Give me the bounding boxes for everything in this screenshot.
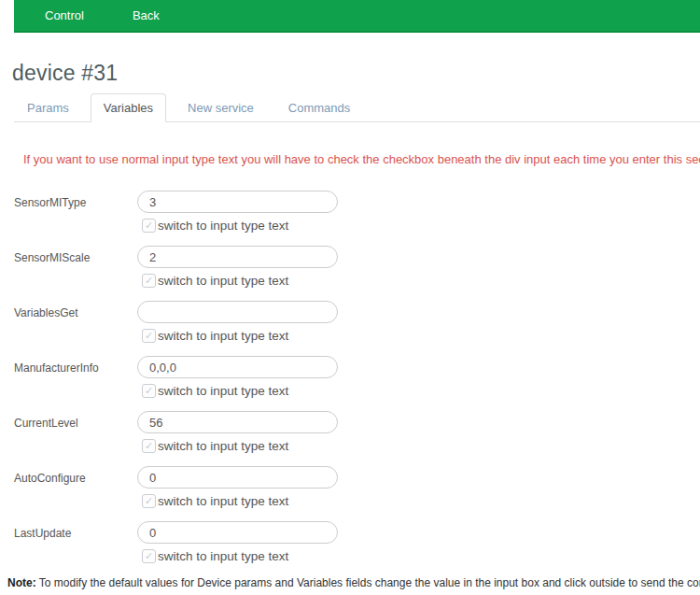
field-controls: ✓ switch to input type text xyxy=(137,356,338,399)
switch-checkbox-row: ✓ switch to input type text xyxy=(142,272,338,289)
field-label: SensorMIType xyxy=(14,196,86,209)
page-title: device #31 xyxy=(12,61,700,86)
switch-checkbox-row: ✓ switch to input type text xyxy=(142,547,338,564)
field-input[interactable] xyxy=(137,301,338,323)
switch-checkbox[interactable]: ✓ xyxy=(142,549,156,563)
switch-checkbox-label: switch to input type text xyxy=(158,329,288,343)
switch-checkbox-row: ✓ switch to input type text xyxy=(142,327,338,344)
check-icon: ✓ xyxy=(145,331,153,341)
field-input[interactable] xyxy=(137,246,338,268)
field-controls: ✓ switch to input type text xyxy=(137,521,338,564)
check-icon: ✓ xyxy=(145,551,153,561)
field-controls: ✓ switch to input type text xyxy=(137,411,338,454)
check-icon: ✓ xyxy=(145,386,153,396)
field-label: ManufacturerInfo xyxy=(14,361,99,375)
field-input[interactable] xyxy=(137,356,338,378)
tab-new-service[interactable]: New service xyxy=(175,93,267,122)
switch-checkbox[interactable]: ✓ xyxy=(142,219,156,233)
note-prefix: Note: xyxy=(7,576,36,589)
top-navbar: Control Back xyxy=(14,0,700,33)
field-input[interactable] xyxy=(137,191,338,213)
nav-item-back[interactable]: Back xyxy=(108,0,184,31)
field-controls: ✓ switch to input type text xyxy=(137,246,338,289)
variables-form: SensorMIType ✓ switch to input type text… xyxy=(0,191,700,565)
switch-checkbox-row: ✓ switch to input type text xyxy=(142,382,338,399)
form-row: CurrentLevel ✓ switch to input type text xyxy=(0,411,700,455)
field-label: VariablesGet xyxy=(14,306,77,319)
check-icon: ✓ xyxy=(145,220,153,231)
check-icon: ✓ xyxy=(145,496,153,506)
tab-params[interactable]: Params xyxy=(14,93,82,122)
form-row: VariablesGet ✓ switch to input type text xyxy=(0,301,700,345)
switch-checkbox-label: switch to input type text xyxy=(158,549,288,563)
switch-checkbox-row: ✓ switch to input type text xyxy=(142,437,338,454)
form-row: LastUpdate ✓ switch to input type text xyxy=(0,521,700,565)
form-row: SensorMIType ✓ switch to input type text xyxy=(0,191,700,234)
note-body: To modify the default values for Device … xyxy=(36,576,700,589)
form-row: AutoConfigure ✓ switch to input type tex… xyxy=(0,466,700,510)
page: Control Back device #31 ParamsVariablesN… xyxy=(0,0,700,589)
field-label: CurrentLevel xyxy=(14,417,78,430)
switch-checkbox[interactable]: ✓ xyxy=(142,494,156,508)
switch-checkbox[interactable]: ✓ xyxy=(142,439,156,453)
switch-checkbox-label: switch to input type text xyxy=(158,219,288,233)
switch-checkbox-label: switch to input type text xyxy=(158,384,288,398)
check-icon: ✓ xyxy=(145,276,153,286)
tab-variables[interactable]: Variables xyxy=(91,93,166,122)
form-row: SensorMIScale ✓ switch to input type tex… xyxy=(0,246,700,290)
tab-commands[interactable]: Commands xyxy=(275,93,363,122)
tab-bar: ParamsVariablesNew serviceCommands xyxy=(14,93,700,122)
switch-checkbox[interactable]: ✓ xyxy=(142,329,156,343)
warning-text: If you want to use normal input type tex… xyxy=(23,152,700,166)
switch-checkbox-label: switch to input type text xyxy=(158,439,288,453)
field-input[interactable] xyxy=(137,411,338,433)
check-icon: ✓ xyxy=(145,441,153,451)
form-row: ManufacturerInfo ✓ switch to input type … xyxy=(0,356,700,400)
switch-checkbox-label: switch to input type text xyxy=(158,494,288,508)
field-label: AutoConfigure xyxy=(14,472,86,485)
switch-checkbox[interactable]: ✓ xyxy=(142,274,156,288)
switch-checkbox-row: ✓ switch to input type text xyxy=(142,492,338,509)
field-label: SensorMIScale xyxy=(14,251,90,264)
field-input[interactable] xyxy=(137,521,338,544)
switch-checkbox-label: switch to input type text xyxy=(158,274,288,288)
field-input[interactable] xyxy=(137,466,338,489)
switch-checkbox-row: ✓ switch to input type text xyxy=(142,217,338,234)
field-controls: ✓ switch to input type text xyxy=(137,466,338,509)
switch-checkbox[interactable]: ✓ xyxy=(142,384,156,398)
note-text: Note: To modify the default values for D… xyxy=(7,576,700,589)
nav-item-control[interactable]: Control xyxy=(21,0,108,31)
field-controls: ✓ switch to input type text xyxy=(137,301,338,344)
field-label: LastUpdate xyxy=(14,527,71,540)
field-controls: ✓ switch to input type text xyxy=(137,191,338,234)
